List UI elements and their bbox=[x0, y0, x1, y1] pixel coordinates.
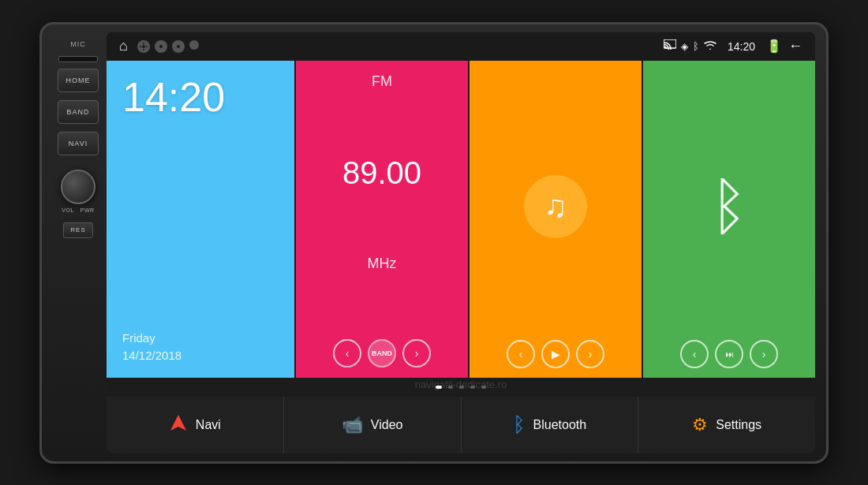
res-button[interactable]: RES bbox=[63, 222, 93, 238]
status-left: ⌂ bbox=[119, 38, 199, 54]
page-dot-3[interactable] bbox=[459, 386, 464, 389]
gear-icon-2[interactable] bbox=[155, 40, 167, 53]
fm-controls: ‹ BAND › bbox=[333, 339, 431, 367]
side-panel: MIC HOME BAND NAVI VOL PWR RES bbox=[50, 32, 107, 453]
mic-label: MIC bbox=[70, 40, 86, 48]
vol-label: VOL bbox=[62, 207, 74, 213]
gear-icons bbox=[137, 40, 199, 53]
navi-icon bbox=[169, 413, 188, 437]
gear-icon-3[interactable] bbox=[172, 40, 185, 53]
home-icon[interactable]: ⌂ bbox=[119, 38, 128, 54]
wifi-icon bbox=[704, 40, 716, 52]
tile-music[interactable]: ♫ ‹ ▶ › bbox=[470, 61, 642, 378]
fm-freq: 89.00 bbox=[342, 157, 421, 188]
settings-label: Settings bbox=[716, 418, 761, 432]
fm-prev-button[interactable]: ‹ bbox=[333, 339, 361, 367]
status-right: ◈ ᛒ 14:20 🔋 ← bbox=[664, 38, 803, 54]
page-dot-1[interactable] bbox=[436, 386, 442, 389]
volume-knob-area: VOL PWR bbox=[61, 170, 95, 213]
back-icon[interactable]: ← bbox=[788, 38, 803, 54]
app-navi[interactable]: Navi bbox=[107, 397, 284, 453]
tile-bluetooth[interactable]: ᛒ ‹ ⏭ › bbox=[643, 61, 815, 378]
home-button[interactable]: HOME bbox=[58, 69, 99, 92]
video-label: Video bbox=[371, 418, 403, 432]
tiles-row: 14:20 Friday 14/12/2018 FM 89.00 MHz ‹ B… bbox=[107, 61, 815, 378]
bluetooth-status-icon: ᛒ bbox=[693, 40, 699, 52]
bt-next-button[interactable]: › bbox=[750, 340, 778, 368]
fm-band-button[interactable]: BAND bbox=[368, 339, 396, 367]
gear-icon-1[interactable] bbox=[137, 40, 150, 53]
clock-time: 14:20 bbox=[122, 76, 225, 118]
music-controls: ‹ ▶ › bbox=[507, 340, 604, 368]
car-head-unit: MIC HOME BAND NAVI VOL PWR RES ⌂ bbox=[39, 22, 829, 464]
bt-icon-area: ᛒ bbox=[710, 73, 748, 340]
cast-icon bbox=[664, 39, 676, 53]
app-video[interactable]: 📹 Video bbox=[284, 397, 462, 453]
clock-date: Friday 14/12/2018 bbox=[122, 330, 181, 365]
svg-point-0 bbox=[142, 45, 145, 48]
fm-next-button[interactable]: › bbox=[402, 339, 431, 367]
tile-fm[interactable]: FM 89.00 MHz ‹ BAND › bbox=[296, 61, 468, 378]
main-content: 14:20 Friday 14/12/2018 FM 89.00 MHz ‹ B… bbox=[107, 61, 815, 453]
apps-row: Navi 📹 Video ᛒ Bluetooth ⚙ Settings bbox=[107, 397, 815, 453]
band-button[interactable]: BAND bbox=[58, 100, 99, 124]
bt-skip-button[interactable]: ⏭ bbox=[715, 340, 743, 368]
music-note-icon: ♫ bbox=[524, 175, 587, 238]
volume-knob[interactable] bbox=[61, 170, 95, 204]
music-next-button[interactable]: › bbox=[576, 340, 604, 368]
svg-point-2 bbox=[177, 45, 180, 48]
music-play-button[interactable]: ▶ bbox=[541, 340, 570, 368]
music-icon-area: ♫ bbox=[524, 73, 587, 340]
fm-mhz: MHz bbox=[368, 256, 397, 272]
battery-icon: 🔋 bbox=[766, 39, 782, 54]
svg-point-1 bbox=[159, 45, 163, 48]
app-bluetooth[interactable]: ᛒ Bluetooth bbox=[462, 397, 639, 453]
bluetooth-tile-icon: ᛒ bbox=[710, 170, 748, 243]
status-icons: ◈ ᛒ bbox=[664, 39, 716, 53]
bt-prev-button[interactable]: ‹ bbox=[680, 340, 709, 368]
app-settings[interactable]: ⚙ Settings bbox=[638, 397, 815, 453]
settings-icon: ⚙ bbox=[692, 415, 708, 435]
page-dot-4[interactable] bbox=[470, 386, 475, 389]
video-icon: 📹 bbox=[342, 415, 363, 435]
bt-controls: ‹ ⏭ › bbox=[680, 340, 778, 368]
navi-button[interactable]: NAVI bbox=[58, 132, 99, 155]
status-bar: ⌂ bbox=[107, 32, 815, 61]
status-time: 14:20 bbox=[728, 40, 755, 53]
page-indicators bbox=[107, 378, 815, 397]
bluetooth-label: Bluetooth bbox=[533, 418, 587, 432]
tile-clock[interactable]: 14:20 Friday 14/12/2018 bbox=[107, 61, 294, 378]
page-dot-5[interactable] bbox=[481, 386, 486, 389]
page-dot-2[interactable] bbox=[448, 386, 453, 389]
music-prev-button[interactable]: ‹ bbox=[507, 340, 535, 368]
pwr-label: PWR bbox=[80, 207, 95, 213]
navi-label: Navi bbox=[196, 418, 221, 432]
screen: ⌂ bbox=[107, 32, 815, 453]
bluetooth-app-icon: ᛒ bbox=[513, 412, 526, 437]
location-icon: ◈ bbox=[681, 41, 688, 52]
mic-slot bbox=[58, 56, 98, 62]
gear-icon-4[interactable] bbox=[189, 40, 199, 50]
fm-label: FM bbox=[372, 73, 392, 90]
